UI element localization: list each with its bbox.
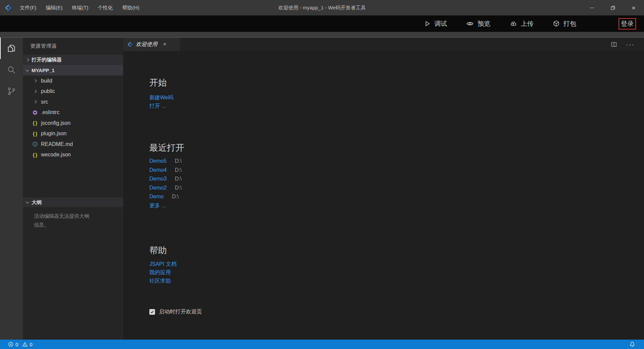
- tree-item-file[interactable]: README.md: [23, 139, 123, 150]
- recent-project-path: D:\: [172, 194, 179, 199]
- chevron-down-icon: [26, 68, 29, 71]
- markdown-icon: [32, 141, 38, 147]
- upload-label: 上传: [521, 19, 534, 28]
- activitybar-explorer[interactable]: [0, 38, 23, 59]
- sidebar-spacer: [23, 160, 123, 198]
- chevron-right-icon: [26, 58, 29, 62]
- recent-project-path: D:\: [175, 176, 182, 182]
- preview-button[interactable]: 预览: [466, 19, 490, 28]
- recent-project-link[interactable]: Demo5: [149, 158, 167, 164]
- more-link[interactable]: 更多 ...: [149, 201, 166, 210]
- tab-bar: 欢迎使用 × ···: [123, 38, 644, 51]
- recent-project-link[interactable]: Demo4: [149, 167, 167, 173]
- tree-item-folder[interactable]: build: [23, 76, 123, 86]
- project-label: MYAPP_1: [32, 67, 55, 73]
- bell-icon: [629, 341, 635, 347]
- menu-terminal[interactable]: 终端(T): [67, 0, 93, 15]
- link-new-wecode[interactable]: 新建We码: [149, 93, 644, 102]
- recent-item: Demo2 D:\: [149, 184, 644, 193]
- titlebar: 文件(F) 编辑(E) 终端(T) 个性化 帮助(H) 欢迎使用 - myapp…: [0, 0, 644, 15]
- editor-group: 欢迎使用 × ··· 开始 新建We码 打开 ... 最近打开 Demo5: [123, 38, 644, 340]
- recent-item: Demo5 D:\: [149, 157, 644, 166]
- json-icon: { }: [32, 131, 38, 137]
- recent-project-link[interactable]: Demo3: [149, 176, 167, 182]
- start-heading: 开始: [149, 77, 644, 89]
- chevron-right-icon: [33, 100, 37, 104]
- link-my-apps[interactable]: 我的应用: [149, 268, 644, 277]
- outline-label: 大纲: [32, 199, 42, 206]
- tab-close-icon[interactable]: ×: [163, 41, 166, 48]
- editor-actions: ···: [611, 41, 644, 48]
- menu-personalize[interactable]: 个性化: [93, 0, 117, 15]
- package-cube-icon: [552, 20, 560, 28]
- tree-item-label: src: [41, 99, 48, 105]
- close-button[interactable]: ×: [623, 0, 644, 15]
- activitybar-source-control[interactable]: [0, 81, 23, 102]
- recent-heading: 最近打开: [149, 142, 644, 154]
- chevron-down-icon: [26, 200, 29, 204]
- link-open[interactable]: 打开 ...: [149, 102, 644, 110]
- more-actions-icon[interactable]: ···: [626, 41, 635, 48]
- tree-item-label: jsconfig.json: [41, 120, 70, 126]
- tree-item-file[interactable]: { } wecode.json: [23, 150, 123, 160]
- close-icon: ×: [632, 5, 635, 11]
- chevron-right-icon: [33, 90, 37, 93]
- notifications-button[interactable]: [629, 341, 644, 347]
- tree-item-folder[interactable]: public: [23, 86, 123, 97]
- problems-warnings[interactable]: 0: [22, 342, 32, 347]
- problems-errors[interactable]: 0: [8, 342, 18, 347]
- section-project[interactable]: MYAPP_1: [23, 65, 123, 76]
- explorer-files-icon: [6, 43, 16, 53]
- preview-eye-icon: [466, 20, 474, 28]
- section-open-editors[interactable]: 打开的编辑器: [23, 55, 123, 65]
- debug-play-icon: [423, 20, 431, 28]
- tab-label: 欢迎使用: [136, 41, 157, 48]
- menubar: 文件(F) 编辑(E) 终端(T) 个性化 帮助(H): [15, 0, 144, 15]
- debug-label: 调试: [434, 19, 447, 28]
- activitybar-search[interactable]: [0, 59, 23, 81]
- eslint-icon: [32, 110, 38, 115]
- show-welcome-checkbox[interactable]: [149, 309, 155, 315]
- minimize-button[interactable]: [582, 0, 602, 15]
- activity-bar: [0, 38, 23, 340]
- section-outline[interactable]: 大纲: [23, 198, 123, 207]
- login-button[interactable]: 登录: [618, 18, 636, 30]
- link-jsapi-docs[interactable]: JSAPI 文档: [149, 260, 644, 268]
- menu-edit[interactable]: 编辑(E): [41, 0, 67, 15]
- preview-label: 预览: [478, 19, 490, 28]
- toolbar-divider: [0, 32, 644, 38]
- status-bar: 0 0: [0, 340, 644, 349]
- json-icon: { }: [32, 120, 38, 126]
- recent-item: Demo D:\: [149, 192, 644, 201]
- maximize-button[interactable]: [602, 0, 623, 15]
- upload-cloud-icon: [509, 20, 517, 28]
- recent-item: Demo3 D:\: [149, 174, 644, 184]
- show-welcome-label: 启动时打开欢迎页: [159, 308, 202, 315]
- debug-button[interactable]: 调试: [423, 19, 447, 28]
- check-icon: [150, 310, 154, 314]
- app-logo-icon: [5, 4, 12, 11]
- split-editor-icon[interactable]: [611, 42, 617, 47]
- recent-project-link[interactable]: Demo: [149, 194, 164, 199]
- tree-item-file[interactable]: { } plugin.json: [23, 129, 123, 139]
- recent-project-path: D:\: [175, 167, 182, 173]
- login-label: 登录: [621, 19, 634, 28]
- menu-file[interactable]: 文件(F): [15, 0, 41, 15]
- tree-item-label: .eslintrc: [41, 109, 59, 115]
- recent-project-link[interactable]: Demo2: [149, 185, 167, 191]
- link-community-help[interactable]: 社区求助: [149, 277, 644, 285]
- open-editors-label: 打开的编辑器: [32, 57, 62, 63]
- tree-item-file[interactable]: .eslintrc: [23, 107, 123, 118]
- restore-icon: [611, 6, 615, 10]
- tab-welcome[interactable]: 欢迎使用 ×: [123, 38, 180, 51]
- window-title: 欢迎使用 - myapp_1 - We码开发者工具: [278, 0, 366, 15]
- wecode-tab-icon: [127, 42, 133, 47]
- upload-button[interactable]: 上传: [509, 19, 534, 28]
- tree-item-folder[interactable]: src: [23, 97, 123, 107]
- error-count: 0: [15, 342, 18, 347]
- menu-help[interactable]: 帮助(H): [117, 0, 144, 15]
- package-button[interactable]: 打包: [552, 19, 576, 28]
- tree-item-file[interactable]: { } jsconfig.json: [23, 118, 123, 129]
- chevron-right-icon: [33, 79, 37, 83]
- sidebar-title: 资源管理器: [23, 38, 123, 55]
